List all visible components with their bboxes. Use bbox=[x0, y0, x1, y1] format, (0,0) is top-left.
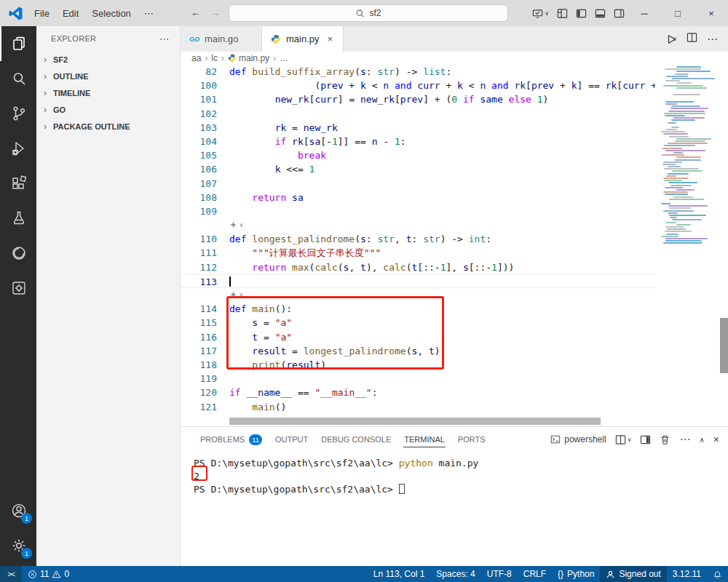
panel-tab-ports[interactable]: PORTS bbox=[451, 427, 492, 452]
horizontal-scrollbar[interactable] bbox=[181, 418, 655, 425]
code-line-114[interactable]: 114def main(): bbox=[181, 302, 655, 316]
chevron-down-icon[interactable]: ∨ bbox=[240, 288, 243, 302]
run-button[interactable]: ∨ bbox=[665, 33, 677, 45]
remote-indicator-icon[interactable]: >< bbox=[0, 566, 22, 582]
code-line-120[interactable]: 120if __name__ == "__main__": bbox=[181, 386, 655, 399]
command-center-search[interactable]: sf2 bbox=[229, 4, 508, 22]
status-item-bell[interactable] bbox=[707, 566, 728, 582]
chevron-down-icon[interactable]: ∨ bbox=[240, 218, 243, 232]
code-line-104[interactable]: 104 if rk[sa[-1]] == n - 1: bbox=[181, 135, 655, 148]
code-line-107[interactable]: 107 bbox=[181, 177, 655, 191]
toggle-primary-sidebar-icon[interactable] bbox=[576, 8, 587, 19]
forward-button[interactable]: → bbox=[210, 7, 221, 18]
testing-icon[interactable] bbox=[0, 201, 36, 236]
status-item-3-12-11[interactable]: 3.12.11 bbox=[667, 566, 707, 582]
code-line-115[interactable]: 115 s = "a" bbox=[181, 316, 655, 330]
code-line-119[interactable]: 119 bbox=[181, 372, 655, 386]
toggle-panel-icon[interactable] bbox=[595, 8, 606, 19]
panel-more-actions-icon[interactable]: ⋯ bbox=[679, 433, 690, 446]
accounts-icon[interactable]: 1 bbox=[0, 493, 36, 528]
extension-a-icon[interactable] bbox=[0, 236, 36, 271]
menu-item-file[interactable]: File bbox=[28, 5, 55, 22]
sidebar-section-go[interactable]: ›GO bbox=[36, 101, 180, 118]
terminal-output[interactable]: PS D:\mysetup\gopath\src\sf2\aa\lc> pyth… bbox=[181, 452, 728, 496]
run-debug-icon[interactable] bbox=[0, 131, 36, 166]
terminal-layout-icon[interactable] bbox=[640, 434, 651, 445]
problems-status[interactable]: 11 0 bbox=[22, 569, 75, 579]
close-panel-icon[interactable]: × bbox=[713, 434, 719, 445]
kill-terminal-icon[interactable] bbox=[660, 434, 670, 445]
tab-main-py[interactable]: main.py× bbox=[262, 26, 344, 52]
maximize-button[interactable]: □ bbox=[661, 0, 695, 26]
codelens-sparkle-row[interactable]: ∨ bbox=[181, 218, 655, 232]
menu-item-edit[interactable]: Edit bbox=[57, 5, 84, 22]
split-terminal-chevron-icon[interactable]: ∨ bbox=[628, 436, 632, 443]
code-line-102[interactable]: 102 bbox=[181, 107, 655, 121]
code-line-82[interactable]: 82def build_suffix_array(s: str) -> list… bbox=[181, 65, 655, 79]
split-terminal-icon[interactable]: ∨ bbox=[615, 434, 632, 445]
code-line-116[interactable]: 116 t = "a" bbox=[181, 330, 655, 344]
run-dropdown-chevron-icon[interactable]: ∨ bbox=[673, 36, 677, 42]
status-item-python[interactable]: {}Python bbox=[552, 566, 600, 582]
explorer-icon[interactable] bbox=[0, 26, 36, 61]
close-window-button[interactable]: × bbox=[695, 0, 728, 26]
panel-tab-output[interactable]: OUTPUT bbox=[269, 427, 314, 452]
sidebar-section-timeline[interactable]: ›TIMELINE bbox=[36, 84, 180, 101]
menu-item-item[interactable]: ⋯ bbox=[138, 5, 159, 22]
status-item-signed-out[interactable]: Signed out bbox=[600, 566, 666, 582]
code-line-101[interactable]: 101 new_rk[curr] = new_rk[prev] + (0 if … bbox=[181, 92, 655, 106]
code-line-112[interactable]: 112 return max(calc(s, t), calc(t[::-1],… bbox=[181, 260, 655, 274]
horizontal-scrollbar-thumb[interactable] bbox=[229, 418, 601, 425]
menu-item-selection[interactable]: Selection bbox=[86, 5, 136, 22]
code-line-121[interactable]: 121 main() bbox=[181, 400, 655, 414]
close-tab-icon[interactable]: × bbox=[328, 33, 333, 44]
breadcrumb-item-aa[interactable]: aa bbox=[191, 53, 201, 63]
code-line-105[interactable]: 105 break bbox=[181, 148, 655, 162]
vertical-scrollbar[interactable] bbox=[720, 65, 728, 426]
sparkle-icon[interactable] bbox=[229, 291, 237, 299]
split-editor-icon[interactable] bbox=[687, 32, 697, 46]
minimap[interactable] bbox=[655, 66, 721, 426]
sparkle-icon[interactable] bbox=[229, 221, 237, 229]
source-control-icon[interactable] bbox=[0, 96, 36, 131]
sidebar-section-sf2[interactable]: ›SF2 bbox=[36, 51, 180, 68]
panel-tab-terminal[interactable]: TERMINAL bbox=[397, 427, 451, 452]
search-activity-icon[interactable] bbox=[0, 61, 36, 96]
settings-gear-icon[interactable]: 1 bbox=[0, 528, 36, 563]
panel-tab-problems[interactable]: PROBLEMS11 bbox=[194, 427, 269, 452]
terminal-profile-button[interactable]: powershell bbox=[550, 434, 606, 445]
breadcrumb-item-item[interactable]: … bbox=[280, 53, 288, 63]
code-line-118[interactable]: 118 print(result) bbox=[181, 358, 655, 372]
code-line-111[interactable]: 111 """计算最长回文子串长度""" bbox=[181, 246, 655, 260]
sidebar-more-actions-icon[interactable]: ⋯ bbox=[159, 33, 170, 44]
status-item-crlf[interactable]: CRLF bbox=[518, 566, 552, 582]
code-editor[interactable]: 82def build_suffix_array(s: str) -> list… bbox=[181, 65, 728, 426]
tools-extension-icon[interactable] bbox=[0, 271, 36, 306]
code-line-103[interactable]: 103 rk = new_rk bbox=[181, 121, 655, 135]
sidebar-section-outline[interactable]: ›OUTLINE bbox=[36, 68, 180, 84]
toggle-secondary-sidebar-icon[interactable] bbox=[614, 8, 625, 19]
back-button[interactable]: ← bbox=[191, 7, 201, 18]
sidebar-section-package-outline[interactable]: ›PACKAGE OUTLINE bbox=[36, 118, 180, 135]
status-item-ln-113-col-1[interactable]: Ln 113, Col 1 bbox=[368, 566, 431, 582]
code-line-100[interactable]: 100 (prev + k < n and curr + k < n and r… bbox=[181, 79, 655, 92]
customize-layout-icon[interactable] bbox=[557, 8, 568, 19]
breadcrumb-item-main-py[interactable]: main.py bbox=[228, 53, 269, 63]
code-line-113[interactable]: 113 bbox=[181, 274, 655, 288]
panel-tab-debug-console[interactable]: DEBUG CONSOLE bbox=[314, 427, 397, 452]
status-item-utf-8[interactable]: UTF-8 bbox=[481, 566, 518, 582]
code-line-106[interactable]: 106 k <<= 1 bbox=[181, 162, 655, 176]
breadcrumb-item-lc[interactable]: lc bbox=[211, 53, 218, 63]
minimize-button[interactable]: ─ bbox=[628, 0, 661, 26]
profile-switcher-icon[interactable]: ∨ bbox=[532, 8, 549, 19]
extensions-icon[interactable] bbox=[0, 166, 36, 201]
maximize-panel-icon[interactable]: ∧ bbox=[699, 436, 704, 444]
vertical-scrollbar-thumb[interactable] bbox=[720, 318, 728, 373]
status-item-spaces-4[interactable]: Spaces: 4 bbox=[430, 566, 480, 582]
code-line-109[interactable]: 109 bbox=[181, 204, 655, 218]
code-line-110[interactable]: 110def longest_palindrome(s: str, t: str… bbox=[181, 232, 655, 246]
editor-more-actions-icon[interactable]: ⋯ bbox=[707, 33, 718, 46]
tab-main-go[interactable]: GOmain.go bbox=[181, 26, 262, 52]
codelens-sparkle-row[interactable]: ∨ bbox=[181, 288, 655, 302]
code-line-117[interactable]: 117 result = longest_palindrome(s, t) bbox=[181, 344, 655, 358]
